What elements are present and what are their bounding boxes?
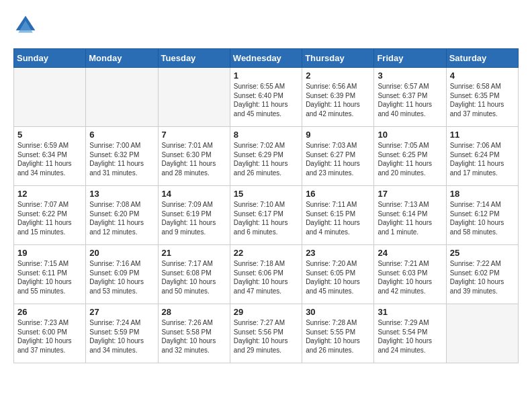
calendar-cell: 25Sunrise: 7:22 AMSunset: 6:02 PMDayligh… [446,245,518,304]
day-info: Sunrise: 7:18 AMSunset: 6:06 PMDaylight:… [234,259,298,295]
day-number: 28 [162,307,226,317]
day-number: 10 [378,130,442,140]
day-number: 19 [17,248,82,258]
day-info: Sunrise: 7:00 AMSunset: 6:32 PMDaylight:… [89,141,154,177]
day-number: 6 [89,130,154,140]
day-number: 21 [162,248,226,258]
weekday-header: Saturday [446,49,518,68]
day-number: 3 [378,71,442,81]
day-number: 5 [17,130,82,140]
weekday-header: Monday [86,49,158,68]
calendar-cell: 4Sunrise: 6:58 AMSunset: 6:35 PMDaylight… [446,68,518,127]
day-number: 9 [306,130,370,140]
day-number: 17 [378,189,442,199]
logo [13,13,42,38]
day-number: 22 [234,248,298,258]
weekday-header: Thursday [302,49,374,68]
calendar-cell [158,68,230,127]
day-number: 18 [450,189,515,199]
day-info: Sunrise: 7:23 AMSunset: 6:00 PMDaylight:… [17,318,82,355]
weekday-header: Friday [374,49,446,68]
calendar-cell: 1Sunrise: 6:55 AMSunset: 6:40 PMDaylight… [230,68,302,127]
day-info: Sunrise: 7:07 AMSunset: 6:22 PMDaylight:… [17,200,82,236]
page-header [13,13,519,38]
day-number: 14 [162,189,226,199]
day-info: Sunrise: 7:22 AMSunset: 6:02 PMDaylight:… [450,259,515,295]
calendar-cell: 22Sunrise: 7:18 AMSunset: 6:06 PMDayligh… [230,245,302,304]
day-number: 31 [378,307,442,317]
day-number: 20 [89,248,154,258]
day-number: 29 [234,307,298,317]
day-info: Sunrise: 7:13 AMSunset: 6:14 PMDaylight:… [378,200,442,236]
calendar-cell: 7Sunrise: 7:01 AMSunset: 6:30 PMDaylight… [158,127,230,186]
calendar-cell: 31Sunrise: 7:29 AMSunset: 5:54 PMDayligh… [374,304,446,363]
day-number: 25 [450,248,515,258]
day-info: Sunrise: 7:28 AMSunset: 5:55 PMDaylight:… [306,318,370,355]
calendar-week-row: 5Sunrise: 6:59 AMSunset: 6:34 PMDaylight… [14,127,519,186]
day-info: Sunrise: 7:20 AMSunset: 6:05 PMDaylight:… [306,259,370,295]
day-number: 23 [306,248,370,258]
calendar-cell: 13Sunrise: 7:08 AMSunset: 6:20 PMDayligh… [86,186,158,245]
calendar-week-row: 19Sunrise: 7:15 AMSunset: 6:11 PMDayligh… [14,245,519,304]
calendar-cell: 12Sunrise: 7:07 AMSunset: 6:22 PMDayligh… [14,186,86,245]
calendar-week-row: 12Sunrise: 7:07 AMSunset: 6:22 PMDayligh… [14,186,519,245]
day-info: Sunrise: 7:29 AMSunset: 5:54 PMDaylight:… [378,318,442,355]
calendar-table: SundayMondayTuesdayWednesdayThursdayFrid… [13,48,519,363]
day-info: Sunrise: 6:59 AMSunset: 6:34 PMDaylight:… [17,141,82,177]
calendar-cell: 24Sunrise: 7:21 AMSunset: 6:03 PMDayligh… [374,245,446,304]
day-info: Sunrise: 7:03 AMSunset: 6:27 PMDaylight:… [306,141,370,177]
calendar-week-row: 26Sunrise: 7:23 AMSunset: 6:00 PMDayligh… [14,304,519,363]
calendar-cell: 28Sunrise: 7:26 AMSunset: 5:58 PMDayligh… [158,304,230,363]
day-info: Sunrise: 6:56 AMSunset: 6:39 PMDaylight:… [306,82,370,118]
calendar-week-row: 1Sunrise: 6:55 AMSunset: 6:40 PMDaylight… [14,68,519,127]
calendar-cell: 3Sunrise: 6:57 AMSunset: 6:37 PMDaylight… [374,68,446,127]
day-info: Sunrise: 6:55 AMSunset: 6:40 PMDaylight:… [234,82,298,118]
calendar-cell: 2Sunrise: 6:56 AMSunset: 6:39 PMDaylight… [302,68,374,127]
weekday-header: Wednesday [230,49,302,68]
calendar-cell: 10Sunrise: 7:05 AMSunset: 6:25 PMDayligh… [374,127,446,186]
day-info: Sunrise: 7:06 AMSunset: 6:24 PMDaylight:… [450,141,515,177]
day-number: 24 [378,248,442,258]
day-number: 26 [17,307,82,317]
day-number: 11 [450,130,515,140]
calendar-cell: 16Sunrise: 7:11 AMSunset: 6:15 PMDayligh… [302,186,374,245]
calendar-cell: 20Sunrise: 7:16 AMSunset: 6:09 PMDayligh… [86,245,158,304]
day-info: Sunrise: 7:17 AMSunset: 6:08 PMDaylight:… [162,259,226,295]
weekday-header: Tuesday [158,49,230,68]
day-info: Sunrise: 7:24 AMSunset: 5:59 PMDaylight:… [89,318,154,355]
day-number: 16 [306,189,370,199]
calendar-cell: 6Sunrise: 7:00 AMSunset: 6:32 PMDaylight… [86,127,158,186]
day-info: Sunrise: 7:14 AMSunset: 6:12 PMDaylight:… [450,200,515,236]
calendar-cell: 23Sunrise: 7:20 AMSunset: 6:05 PMDayligh… [302,245,374,304]
calendar-cell: 29Sunrise: 7:27 AMSunset: 5:56 PMDayligh… [230,304,302,363]
weekday-header: Sunday [14,49,86,68]
day-number: 1 [234,71,298,81]
calendar-cell [446,304,518,363]
calendar-cell: 27Sunrise: 7:24 AMSunset: 5:59 PMDayligh… [86,304,158,363]
day-info: Sunrise: 7:21 AMSunset: 6:03 PMDaylight:… [378,259,442,295]
calendar-cell [14,68,86,127]
calendar-cell: 26Sunrise: 7:23 AMSunset: 6:00 PMDayligh… [14,304,86,363]
calendar-cell: 5Sunrise: 6:59 AMSunset: 6:34 PMDaylight… [14,127,86,186]
day-info: Sunrise: 7:27 AMSunset: 5:56 PMDaylight:… [234,318,298,355]
day-info: Sunrise: 7:08 AMSunset: 6:20 PMDaylight:… [89,200,154,236]
calendar-cell: 8Sunrise: 7:02 AMSunset: 6:29 PMDaylight… [230,127,302,186]
day-number: 12 [17,189,82,199]
day-info: Sunrise: 6:58 AMSunset: 6:35 PMDaylight:… [450,82,515,118]
day-info: Sunrise: 7:05 AMSunset: 6:25 PMDaylight:… [378,141,442,177]
day-number: 2 [306,71,370,81]
calendar-cell [86,68,158,127]
day-number: 8 [234,130,298,140]
day-number: 30 [306,307,370,317]
calendar-cell: 11Sunrise: 7:06 AMSunset: 6:24 PMDayligh… [446,127,518,186]
calendar-cell: 14Sunrise: 7:09 AMSunset: 6:19 PMDayligh… [158,186,230,245]
day-number: 13 [89,189,154,199]
calendar-cell: 9Sunrise: 7:03 AMSunset: 6:27 PMDaylight… [302,127,374,186]
day-info: Sunrise: 7:16 AMSunset: 6:09 PMDaylight:… [89,259,154,295]
calendar-cell: 15Sunrise: 7:10 AMSunset: 6:17 PMDayligh… [230,186,302,245]
day-number: 7 [162,130,226,140]
logo-icon [13,13,38,38]
day-info: Sunrise: 7:09 AMSunset: 6:19 PMDaylight:… [162,200,226,236]
day-number: 15 [234,189,298,199]
calendar-cell: 17Sunrise: 7:13 AMSunset: 6:14 PMDayligh… [374,186,446,245]
